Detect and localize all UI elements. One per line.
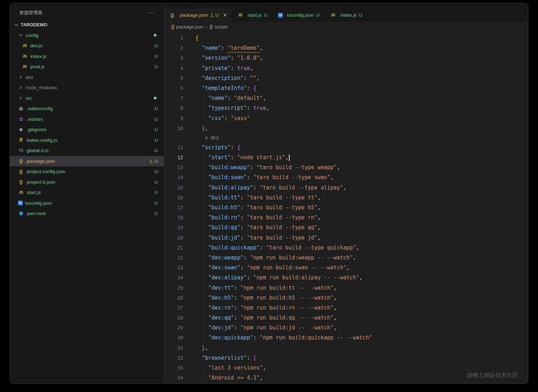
code-line-row: 31 }, (164, 343, 528, 353)
tree-item-tsconfig.json[interactable]: TStsconfig.jsonU (10, 198, 164, 209)
js-icon: JS (21, 65, 28, 69)
tree-item-.editorconfig[interactable]: .editorconfigU (10, 103, 164, 114)
indent-guide (199, 243, 199, 253)
code-line: "typescript": true, (195, 103, 269, 113)
indent-guide (199, 273, 199, 283)
json-icon: {} (18, 179, 24, 184)
line-number: 33 (164, 363, 195, 373)
code-line: "css": "sass" (195, 113, 250, 123)
codelens-label: 调试 (210, 133, 219, 143)
close-icon[interactable]: × (223, 12, 227, 18)
indent-guide (205, 253, 205, 263)
babel-icon: B (18, 137, 24, 143)
tree-item-label: node_modules (26, 85, 57, 90)
code-line: "build:rn": "taro build --type rn", (195, 213, 321, 222)
indent-guide (205, 152, 205, 162)
code-line: "Android >= 4.1", (195, 373, 263, 383)
tree-item-label: global.d.ts (27, 148, 49, 153)
tree-item-config[interactable]: config (10, 30, 164, 41)
code-line: "scripts": { (195, 143, 240, 152)
more-actions-icon[interactable]: ··· (148, 11, 154, 15)
code-line-row: 26 "dev:h5": "npm run build:h5 -- --watc… (164, 293, 528, 303)
tab-index.js[interactable]: JSindex.jsU (325, 9, 368, 22)
line-number: 31 (164, 343, 195, 353)
code-line: "dev:weapp": "npm run build:weapp -- --w… (195, 253, 356, 263)
tree-item-label: .gitignore (27, 127, 47, 132)
git-status-badge: U (155, 190, 158, 195)
code-editor[interactable]: 1{2 "name": "taroDemo",3 "version": "1.0… (164, 32, 528, 383)
indent-guide (199, 73, 199, 83)
breadcrumb-label: package.json (176, 24, 204, 29)
ts-icon: TS (18, 149, 24, 152)
breadcrumb-separator-icon: › (206, 24, 207, 29)
indent-guide (199, 293, 199, 303)
codelens-debug-action[interactable]: 调试 (205, 133, 219, 143)
tab-tsconfig.json[interactable]: TStsconfig.jsonU (273, 9, 325, 22)
indent-guide (199, 353, 199, 363)
modified-dot-badge (154, 34, 157, 37)
indent-guide (199, 83, 199, 93)
tree-item-index.js[interactable]: JSindex.jsU (10, 51, 164, 62)
indent-guide (205, 103, 205, 113)
tab-package.json[interactable]: {}package.json1, U× (164, 9, 232, 22)
indent-guide (199, 93, 199, 103)
code-line-row: 18 "build:rn": "taro build --type rn", (164, 213, 528, 222)
code-line: "name": "taroDemo", (195, 43, 263, 53)
editor-group: {}package.json1, U×JSstart.jsUTStsconfig… (164, 3, 528, 383)
line-number: 15 (164, 183, 195, 193)
tree-item-project.config.json[interactable]: {}project.config.jsonU (10, 166, 164, 177)
tree-item-start.js[interactable]: JSstart.jsU (10, 187, 164, 198)
indent-guide (205, 183, 205, 193)
tree-item-global.d.ts[interactable]: TSglobal.d.tsU (10, 145, 164, 156)
indent-guide (205, 283, 205, 293)
project-root-row[interactable]: TARODEMO (10, 20, 164, 30)
tree-item-dev.js[interactable]: JSdev.jsU (10, 41, 164, 51)
js-icon: JS (21, 54, 28, 58)
code-line: { (195, 33, 199, 43)
code-line-row: 19 "build:qq": "taro build --type qq", (164, 222, 528, 232)
code-line: }, (195, 123, 208, 133)
line-number: 10 (164, 123, 195, 133)
code-line: "build:alipay": "taro build --type alipa… (195, 183, 346, 193)
tree-item-project.tt.json[interactable]: {}project.tt.jsonU (10, 177, 164, 188)
tree-item-yarn.lock[interactable]: yarn.lockU (10, 208, 164, 219)
line-number: 22 (164, 253, 195, 263)
indent-guide (205, 222, 205, 232)
line-number: 24 (164, 273, 195, 283)
code-line-row: 11 "scripts": { (164, 143, 528, 152)
tree-item-label: babel.config.js (27, 138, 57, 143)
yarn-icon (18, 211, 24, 215)
tree-item-prod.js[interactable]: JSprod.jsU (10, 61, 164, 72)
file-tree: configJSdev.jsUJSindex.jsUJSprod.jsUdist… (10, 30, 164, 219)
code-line-row: 33 "last 3 versions", (164, 363, 528, 373)
indent-guide (199, 172, 199, 182)
codelens-row: 调试 (164, 133, 528, 143)
indent-guide (199, 253, 199, 263)
tree-item-babel.config.js[interactable]: Bbabel.config.jsU (10, 135, 164, 146)
tree-item-.eslintrc[interactable]: .eslintrcU (10, 114, 164, 125)
line-number: 16 (164, 193, 195, 203)
indent-guide (199, 143, 199, 152)
code-line: "name": "default", (195, 93, 266, 103)
code-line-row: 1{ (164, 33, 528, 43)
tree-item-package.json[interactable]: {}package.json1, U (10, 156, 164, 167)
code-line: "build:weapp": "taro build --type weapp"… (195, 162, 340, 172)
indent-guide (199, 53, 199, 63)
code-line-row: 20 "build:jd": "taro build --type jd", (164, 233, 528, 243)
indent-guide (205, 243, 205, 253)
tree-item-src[interactable]: src (10, 93, 164, 104)
tab-label: tsconfig.json (287, 12, 314, 18)
line-number: 29 (164, 323, 195, 333)
js-icon: JS (18, 190, 24, 194)
explorer-sidebar: 资源管理器 ··· TARODEMO configJSdev.jsUJSinde… (10, 3, 164, 383)
code-line-row: 30 "dev:quickapp": "npm run build:quicka… (164, 333, 528, 343)
breadcrumb-item-scripts[interactable]: {}scripts (210, 24, 228, 29)
code-line-row: 32 "browserslist": [ (164, 353, 528, 363)
tree-item-node_modules[interactable]: node_modules (10, 82, 164, 93)
breadcrumb-item-package.json[interactable]: {}package.json (171, 24, 204, 29)
tree-item-dist[interactable]: dist (10, 72, 164, 83)
tree-item-.gitignore[interactable]: .gitignoreU (10, 124, 164, 135)
tab-start.js[interactable]: JSstart.jsU (232, 9, 273, 22)
braces-icon: {} (210, 24, 213, 29)
indent-guide (199, 152, 199, 162)
